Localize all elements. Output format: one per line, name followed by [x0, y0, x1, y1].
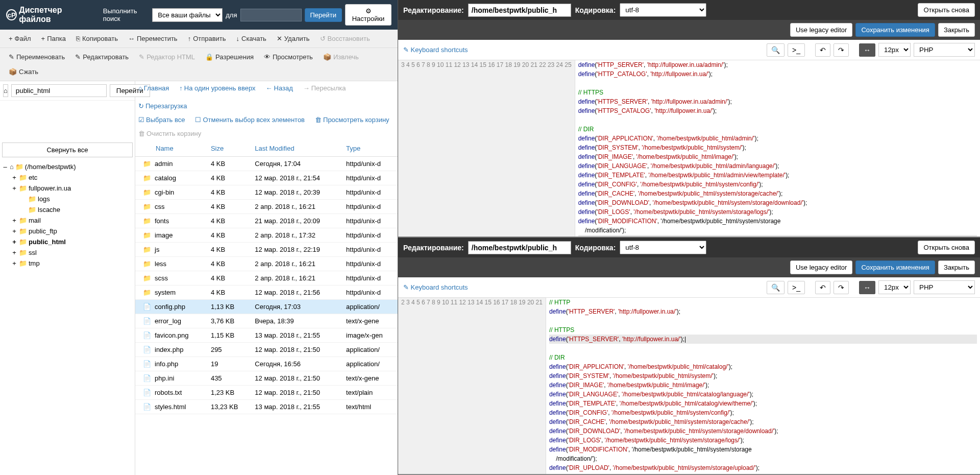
keyboard-shortcuts-link[interactable]: ✎ Keyboard shortcuts: [403, 46, 468, 54]
editor-path-input[interactable]: [468, 241, 571, 254]
link-deselect[interactable]: ☐ Отменить выбор всех элементов: [195, 116, 305, 124]
keyboard-shortcuts-link[interactable]: ✎ Keyboard shortcuts: [403, 283, 468, 291]
tree-node[interactable]: –⌂📁(/home/bestpwtk): [2, 161, 133, 172]
tree-node[interactable]: +📁ssl: [2, 247, 133, 258]
code-content[interactable]: define('HTTP_SERVER', 'http://fullpower.…: [575, 60, 980, 236]
tool-Отправить[interactable]: ↑ Отправить: [183, 32, 231, 45]
home-button[interactable]: ⌂: [3, 84, 8, 97]
tree-node[interactable]: +📁mail: [2, 215, 133, 226]
tree-toggle[interactable]: +: [11, 259, 17, 267]
collapse-all-button[interactable]: Свернуть все: [2, 142, 133, 157]
wrap-icon[interactable]: ↔: [859, 281, 875, 294]
redo-icon[interactable]: ↷: [834, 43, 849, 57]
tree-toggle[interactable]: +: [11, 184, 17, 192]
link-back[interactable]: ← Назад: [266, 84, 293, 92]
undo-icon[interactable]: ↶: [815, 281, 830, 294]
legacy-button[interactable]: Use legacy editor: [790, 260, 852, 274]
table-row[interactable]: 📄info.php19Сегодня, 16:56application/: [135, 357, 398, 371]
table-row[interactable]: 📁system4 KB12 мар. 2018 г., 21:56httpd/u…: [135, 286, 398, 300]
code-content[interactable]: // HTTP define('HTTP_SERVER', 'http://fu…: [546, 298, 980, 474]
font-size-select[interactable]: 12px: [878, 280, 911, 294]
tree-toggle[interactable]: +: [11, 217, 17, 224]
tool-Сжать[interactable]: 📦 Сжать: [4, 65, 43, 79]
tool-Переместить[interactable]: ↔ Переместить: [124, 32, 182, 45]
redo-icon[interactable]: ↷: [834, 281, 849, 294]
table-row[interactable]: 📁scss4 KB2 апр. 2018 г., 16:21httpd/unix…: [135, 271, 398, 286]
language-select[interactable]: PHP: [914, 280, 975, 294]
search-icon[interactable]: 🔍: [767, 43, 785, 57]
tree-node[interactable]: +📁public_ftp: [2, 226, 133, 236]
table-row[interactable]: 📄config.php1,13 KBСегодня, 17:03applicat…: [135, 300, 398, 314]
table-row[interactable]: 📁catalog4 KB12 мар. 2018 г., 21:54httpd/…: [135, 171, 398, 185]
tree-node[interactable]: 📁logs: [2, 194, 133, 204]
settings-button[interactable]: ⚙ Настройки: [345, 4, 391, 26]
tool-Просмотреть[interactable]: 👁 Просмотреть: [259, 50, 317, 64]
link-empty-trash[interactable]: 🗑 Очистить корзину: [138, 130, 201, 137]
tree-toggle[interactable]: +: [11, 227, 17, 235]
link-up[interactable]: ↑ На один уровень вверх: [179, 84, 255, 92]
tool-Файл[interactable]: + Файл: [4, 32, 36, 45]
search-input[interactable]: [240, 9, 302, 21]
table-row[interactable]: 📁less4 KB2 апр. 2018 г., 16:21httpd/unix…: [135, 257, 398, 271]
tree-toggle[interactable]: +: [11, 249, 17, 256]
save-button[interactable]: Сохранить изменения: [855, 260, 935, 274]
col-modified[interactable]: Last Modified: [251, 140, 342, 157]
search-go-button[interactable]: Перейти: [305, 8, 342, 22]
tree-toggle[interactable]: –: [2, 163, 8, 171]
tool-Удалить[interactable]: ✕ Удалить: [272, 32, 314, 45]
table-row[interactable]: 📁image4 KB2 апр. 2018 г., 17:32httpd/uni…: [135, 228, 398, 243]
toolbar-row-1: + Файл+ Папка⎘ Копировать↔ Переместить↑ …: [0, 30, 398, 48]
link-home[interactable]: ⌂ Главная: [138, 84, 169, 92]
close-button[interactable]: Закрыть: [938, 260, 975, 274]
link-view-trash[interactable]: 🗑 Просмотреть корзину: [315, 116, 389, 124]
search-icon[interactable]: 🔍: [767, 281, 785, 294]
reopen-button[interactable]: Открыть снова: [918, 241, 975, 254]
link-reload[interactable]: ↻ Перезагрузка: [138, 102, 187, 110]
tree-toggle[interactable]: +: [11, 174, 17, 181]
tree-toggle[interactable]: +: [11, 238, 17, 246]
table-row[interactable]: 📄error_log3,76 KBВчера, 18:39text/x-gene: [135, 314, 398, 328]
table-row[interactable]: 📁cgi-bin4 KB12 мар. 2018 г., 20:39httpd/…: [135, 185, 398, 200]
col-type[interactable]: Type: [342, 140, 398, 157]
language-select[interactable]: PHP: [914, 43, 975, 57]
encoding-select[interactable]: utf-8: [620, 3, 706, 17]
link-select-all[interactable]: ☑ Выбрать все: [138, 116, 185, 124]
terminal-icon[interactable]: >_: [788, 281, 805, 294]
tree-node[interactable]: +📁public_html: [2, 236, 133, 247]
terminal-icon[interactable]: >_: [788, 43, 805, 57]
tree-node[interactable]: 📁lscache: [2, 204, 133, 215]
legacy-button[interactable]: Use legacy editor: [790, 23, 852, 37]
table-row[interactable]: 📄favicon.png1,15 KB13 мар. 2018 г., 21:5…: [135, 328, 398, 343]
table-row[interactable]: 📁admin4 KBСегодня, 17:04httpd/unix-d: [135, 157, 398, 171]
col-size[interactable]: Size: [207, 140, 251, 157]
tool-Папка[interactable]: + Папка: [37, 32, 70, 45]
save-button[interactable]: Сохранить изменения: [855, 23, 935, 37]
table-row[interactable]: 📄styles.html13,23 KB13 мар. 2018 г., 21:…: [135, 400, 398, 414]
editor-path-input[interactable]: [468, 4, 571, 17]
table-row[interactable]: 📄robots.txt1,23 KB12 мар. 2018 г., 21:50…: [135, 386, 398, 400]
tool-Разрешения[interactable]: 🔒 Разрешения: [201, 50, 258, 64]
tree-node[interactable]: +📁tmp: [2, 258, 133, 269]
code-editor[interactable]: 3 4 5 6 7 8 9 10 11 12 13 14 15 16 17 18…: [398, 60, 980, 236]
font-size-select[interactable]: 12px: [878, 43, 911, 57]
encoding-select[interactable]: utf-8: [620, 241, 706, 254]
reopen-button[interactable]: Открыть снова: [918, 3, 975, 17]
undo-icon[interactable]: ↶: [815, 43, 830, 57]
table-row[interactable]: 📄php.ini43512 мар. 2018 г., 21:50text/x-…: [135, 371, 398, 386]
tree-node[interactable]: +📁etc: [2, 172, 133, 183]
table-row[interactable]: 📁fonts4 KB21 мар. 2018 г., 20:09httpd/un…: [135, 214, 398, 228]
path-input[interactable]: [11, 84, 107, 97]
tool-Скачать[interactable]: ↓ Скачать: [232, 32, 271, 45]
tool-Переименовать[interactable]: ✎ Переименовать: [4, 50, 69, 64]
tool-Редактировать[interactable]: ✎ Редактировать: [70, 50, 133, 64]
search-scope-select[interactable]: Все ваши файлы: [152, 8, 223, 22]
table-row[interactable]: 📄index.php29512 мар. 2018 г., 21:50appli…: [135, 343, 398, 357]
wrap-icon[interactable]: ↔: [859, 43, 875, 57]
table-row[interactable]: 📁css4 KB2 апр. 2018 г., 16:21httpd/unix-…: [135, 200, 398, 214]
col-name[interactable]: Name: [135, 140, 207, 157]
table-row[interactable]: 📁js4 KB12 мар. 2018 г., 22:19httpd/unix-…: [135, 243, 398, 257]
code-editor[interactable]: 2 3 4 5 6 7 8 9 10 11 12 13 14 15 16 17 …: [398, 298, 980, 474]
tree-node[interactable]: +📁fullpower.in.ua: [2, 183, 133, 194]
tool-Копировать[interactable]: ⎘ Копировать: [71, 32, 122, 45]
close-button[interactable]: Закрыть: [938, 23, 975, 37]
